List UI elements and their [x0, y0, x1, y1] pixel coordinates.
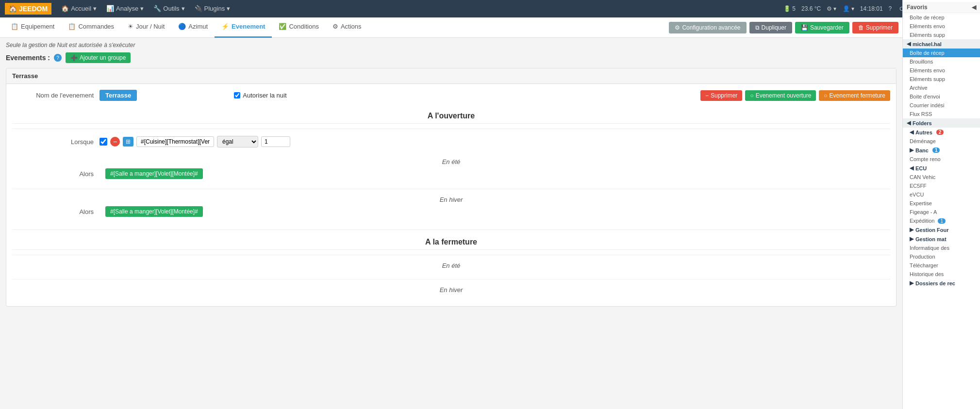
circle2-icon: ○ — [824, 92, 827, 99]
rp-flux-rss[interactable]: Flux RSS — [903, 110, 980, 118]
autoriser-nuit-row: Autoriser la nuit — [234, 92, 286, 99]
event-action-btns: − Supprimer ○ Evenement ouverture ○ Even… — [700, 90, 890, 101]
rp-gestion-mat[interactable]: ▶ Gestion mat — [903, 234, 980, 244]
rp-compte-reno[interactable]: Compte reno — [903, 155, 980, 164]
tab-evenement[interactable]: ⚡ Evenement — [215, 17, 272, 38]
ete-fermeture-title: En été — [12, 262, 890, 269]
main-wrapper: 📋 Equipement 📋 Commandes ☀ Jour / Nuit 🔵… — [0, 17, 902, 316]
tab-jour-nuit[interactable]: ☀ Jour / Nuit — [121, 17, 171, 38]
rp-production[interactable]: Production — [903, 252, 980, 261]
event-supprimer-button[interactable]: − Supprimer — [700, 90, 742, 101]
alors-hiver-row: Alors #[Salle a manger][Volet][Montée]# — [12, 206, 890, 217]
condition-num-input[interactable] — [261, 136, 290, 147]
rp-elements-supp[interactable]: Eléments supp — [903, 31, 980, 39]
rp-courrier-indesi[interactable]: Courrier indési — [903, 101, 980, 110]
events-help-icon[interactable]: ? — [54, 54, 62, 62]
rp-expertise[interactable]: Expertise — [903, 199, 980, 208]
right-panel-header: Favoris ◀ — [903, 2, 980, 13]
app-logo[interactable]: 🏠 JEEDOM — [5, 3, 51, 15]
minus-icon: − — [705, 92, 709, 99]
tab-actions[interactable]: ⚙ Actions — [326, 17, 368, 38]
nav-analyse[interactable]: 📊 Analyse ▾ — [101, 0, 149, 17]
condition-value-input[interactable] — [136, 136, 214, 147]
save-icon: 💾 — [801, 24, 808, 31]
sub-navbar: 📋 Equipement 📋 Commandes ☀ Jour / Nuit 🔵… — [0, 17, 902, 38]
rp-folders-title[interactable]: ◀ Folders — [903, 118, 980, 128]
add-group-button[interactable]: ➕ Ajouter un groupe — [66, 52, 131, 63]
arrow-icon: ◀ — [972, 4, 976, 11]
rp-elements-envo2[interactable]: Eléments envo — [903, 66, 980, 75]
condition-checkbox[interactable] — [100, 138, 107, 146]
rp-gestion-four[interactable]: ▶ Gestion Four — [903, 225, 980, 234]
rp-ecu[interactable]: ◀ ECU — [903, 164, 980, 173]
rp-can-vehic[interactable]: CAN Vehic — [903, 173, 980, 181]
rp-expedition[interactable]: Expédition 1 — [903, 216, 980, 225]
rp-telecharger[interactable]: Télécharger — [903, 261, 980, 270]
rp-informatique[interactable]: Informatique des — [903, 244, 980, 252]
help-icon[interactable]: ? — [889, 5, 892, 12]
nav-outils[interactable]: 🔧 Outils ▾ — [149, 0, 189, 17]
rp-boite-recep[interactable]: Boîte de récep — [903, 13, 980, 22]
ete-subsection: En été Alors #[Salle a manger][Volet][Mo… — [12, 154, 890, 186]
rp-figeage[interactable]: Figeage - A — [903, 208, 980, 216]
tab-commandes[interactable]: 📋 Commandes — [61, 17, 121, 38]
nav-accueil[interactable]: 🏠 Accueil ▾ — [56, 0, 101, 17]
supprimer-top-button[interactable]: 🗑 Supprimer — [852, 22, 898, 33]
action-ete-tag[interactable]: #[Salle a manger][Volet][Montée]# — [105, 168, 203, 179]
rp-evcu[interactable]: eVCU — [903, 190, 980, 199]
hiver-fermeture-subsection: En hiver — [12, 282, 890, 300]
event-name-label: Nom de l'evenement — [12, 92, 100, 99]
rp-elements-envo[interactable]: Eléments envo — [903, 22, 980, 31]
right-panel: Favoris ◀ Boîte de récep Eléments envo E… — [902, 0, 980, 316]
event-item-header: Nom de l'evenement Terrasse Autoriser la… — [12, 90, 890, 101]
hiver-fermeture-title: En hiver — [12, 286, 890, 294]
ouverture-section-title: A l'ouverture — [12, 107, 890, 124]
alors-ete-row: Alors #[Salle a manger][Volet][Montée]# — [12, 168, 890, 179]
rp-autres[interactable]: ◀ Autres 2 — [903, 128, 980, 137]
event-fermeture-button[interactable]: ○ Evenement fermeture — [819, 90, 890, 101]
events-label: Evenements : — [6, 54, 50, 62]
rp-demenage[interactable]: Déménage — [903, 137, 980, 146]
rp-michael-hal[interactable]: ◀ michael.hal — [903, 39, 980, 49]
user-icon[interactable]: 👤 ▾ — [843, 5, 854, 12]
rp-historique[interactable]: Historique des — [903, 270, 980, 278]
autoriser-nuit-label: Autoriser la nuit — [243, 92, 286, 99]
equipement-icon: 📋 — [11, 16, 18, 37]
condition-remove-button[interactable]: − — [110, 137, 120, 147]
autres-badge: 2 — [936, 130, 944, 135]
circle-icon: ○ — [750, 92, 753, 99]
settings-icon[interactable]: ⚙ ▾ — [827, 5, 836, 12]
alors-hiver-content: #[Salle a manger][Volet][Montée]# — [105, 206, 203, 217]
config-icon: ⚙ — [675, 24, 680, 31]
rp-elements-supp2[interactable]: Eléments supp — [903, 75, 980, 83]
rp-banc[interactable]: ▶ Banc 1 — [903, 146, 980, 155]
condition-op-select[interactable]: égal différent supérieur inférieur — [217, 136, 258, 147]
tab-azimut[interactable]: 🔵 Azimut — [171, 17, 215, 38]
rp-brouillons[interactable]: Brouillons — [903, 57, 980, 66]
rp-boite-envoi[interactable]: Boite d'envoi — [903, 92, 980, 101]
nav-plugins[interactable]: 🔌 Plugins ▾ — [190, 0, 235, 17]
event-group-header: Terrasse — [6, 68, 896, 84]
time-display: 14:18:01 — [860, 5, 883, 12]
evenement-icon: ⚡ — [221, 16, 229, 37]
dupliquer-button[interactable]: ⧉ Dupliquer — [749, 22, 792, 33]
page-content: Seule la gestion de Nuit est autorisée à… — [0, 38, 902, 316]
rp-dossiers[interactable]: ▶ Dossiers de rec — [903, 278, 980, 288]
rp-boite-recep2[interactable]: Boîte de récep — [903, 49, 980, 57]
sauvegarder-button[interactable]: 💾 Sauvegarder — [795, 22, 849, 33]
tab-conditions[interactable]: ✅ Conditions — [272, 17, 325, 38]
hiver-title: En hiver — [12, 196, 890, 203]
conditions-icon: ✅ — [279, 16, 286, 37]
top-right-info: 🔋 5 23.6 °C ⚙ ▾ 👤 ▾ 14:18:01 ? — [783, 5, 892, 12]
config-avancee-button[interactable]: ⚙ Configuration avancée — [669, 22, 746, 33]
event-name-badge: Terrasse — [100, 90, 137, 101]
rp-archive[interactable]: Archive — [903, 83, 980, 92]
duplicate-icon: ⧉ — [755, 24, 760, 31]
rp-ec5ff[interactable]: EC5FF — [903, 181, 980, 190]
action-hiver-tag[interactable]: #[Salle a manger][Volet][Montée]# — [105, 206, 203, 217]
battery-icon: 🔋 5 — [783, 5, 796, 12]
condition-table-button[interactable]: ⊞ — [123, 137, 133, 147]
tab-equipement[interactable]: 📋 Equipement — [4, 17, 61, 38]
autoriser-nuit-checkbox[interactable] — [234, 92, 240, 98]
event-ouverture-button[interactable]: ○ Evenement ouverture — [745, 90, 816, 101]
